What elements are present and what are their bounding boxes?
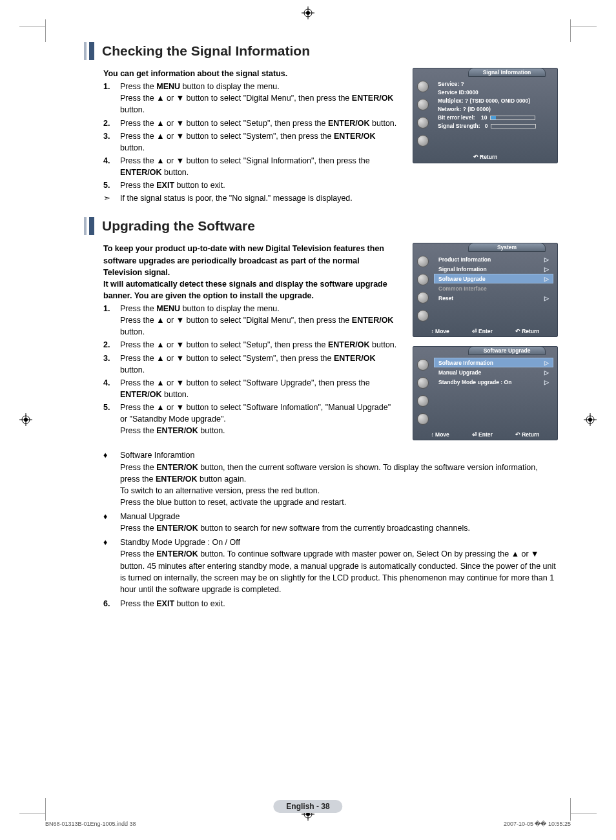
tv-menu-icon (417, 292, 429, 303)
tv-menu-item: Product Information▷ (434, 254, 553, 264)
tv-footer-move: ↕ Move (431, 328, 449, 334)
tv-row: Service ID:0000 (434, 88, 553, 96)
tv-content: Software Information▷Manual Upgrade▷Stan… (433, 355, 557, 429)
crop-mark (19, 814, 45, 814)
section-title: Upgrading the Software (102, 218, 255, 234)
tv-row-signal-strength: Signal Strength: 0 (434, 121, 553, 130)
tv-menu-item: Signal Information▷ (434, 264, 553, 274)
step-number: 5. (103, 179, 120, 191)
tv-footer-enter: ⏎ Enter (472, 328, 493, 334)
tv-menu-icon (417, 274, 429, 285)
tv-title: Software Upgrade (468, 346, 546, 355)
note-arrow-icon: ➣ (103, 192, 120, 204)
registration-mark-icon (302, 6, 314, 19)
tv-signal-info-panel: Signal Information Service: ? Service ID… (413, 68, 558, 163)
sig-strength-bar (491, 124, 536, 128)
tv-footer-nav: ↕ Move ⏎ Enter ↶ Return (413, 326, 557, 336)
bullet-text: Manual UpgradePress the ENTER/OK button … (120, 511, 558, 534)
registration-mark-icon (584, 413, 597, 426)
footer-filename: BN68-01313B-01Eng-1005.indd 38 (45, 821, 136, 827)
bullet-icon: ♦ (103, 511, 120, 534)
chevron-right-icon: ▷ (544, 379, 549, 385)
step-text: Press the ▲ or ▼ button to select "Syste… (120, 130, 400, 154)
tv-footer-enter: ⏎ Enter (472, 431, 493, 438)
step-text: Press the ▲ or ▼ button to select "Signa… (120, 155, 400, 178)
section2-body-top: To keep your product up-to-date with new… (103, 243, 558, 449)
section2-steps: 1.Press the MENU button to display the m… (103, 303, 400, 436)
step-item: 1.Press the MENU button to display the m… (103, 303, 400, 338)
tv-content: Service: ? Service ID:0000 Multiplex: ? … (433, 77, 557, 151)
step-item: 2.Press the ▲ or ▼ button to select "Set… (103, 118, 400, 129)
bit-error-value: 10 (481, 114, 487, 121)
bullet-item: ♦Software InforamtionPress the ENTER/OK … (103, 449, 558, 508)
tv-menu-label: Common Interface (438, 285, 487, 292)
bullet-item: ♦Manual UpgradePress the ENTER/OK button… (103, 511, 558, 534)
tv-content: Product Information▷Signal Information▷S… (433, 252, 557, 326)
screenshot-col-2: System Product Information▷Signal Inform… (413, 243, 558, 449)
footer-timestamp: 2007-10-05 �� 10:55:25 (504, 821, 571, 827)
tv-menu-icon (417, 413, 429, 425)
step-text: Press the ▲ or ▼ button to select "Softw… (120, 377, 400, 400)
section1-intro: You can get information about the signal… (103, 68, 400, 79)
tv-row: Network: ? (ID 0000) (434, 105, 553, 113)
crop-mark (571, 814, 597, 814)
bullet-item: ♦Standby Mode Upgrade : On / OffPress th… (103, 537, 558, 595)
bullet-text: Software InforamtionPress the ENTER/OK b… (120, 449, 558, 508)
section2-intro: To keep your product up-to-date with new… (103, 243, 400, 302)
tv-menu-icon (417, 135, 429, 147)
tv-footer-return: ↶ Return (515, 328, 540, 334)
chevron-right-icon: ▷ (544, 266, 549, 272)
section1-note: ➣ If the signal status is poor, the "No … (103, 192, 400, 204)
page-content: Checking the Signal Information You can … (45, 42, 571, 804)
step-text: Press the ▲ or ▼ button to select "Softw… (120, 402, 400, 436)
step-number: 3. (103, 353, 120, 376)
tv-menu-item: Software Information▷ (434, 358, 553, 367)
section-bar-icon (89, 42, 94, 60)
tv-row: Multiplex: ? (TSID 0000, ONID 0000) (434, 96, 553, 105)
chevron-right-icon: ▷ (544, 295, 549, 302)
step-item: 5.Press the ▲ or ▼ button to select "Sof… (103, 402, 400, 436)
tv-sidebar-icons (413, 252, 433, 326)
section-header-signal: Checking the Signal Information (84, 42, 571, 60)
crop-mark (19, 26, 45, 26)
step-text: Press the EXIT button to exit. (120, 179, 400, 191)
bullet-text: Standby Mode Upgrade : On / OffPress the… (120, 537, 558, 595)
step-text: Press the MENU button to display the men… (120, 303, 400, 338)
tv-menu-label: Product Information (438, 256, 491, 263)
registration-mark-icon (19, 413, 32, 426)
step-item: 4.Press the ▲ or ▼ button to select "Sof… (103, 377, 400, 400)
tv-menu-item: Manual Upgrade▷ (434, 367, 553, 377)
tv-row-bit-error: Bit error level: 10 (434, 113, 553, 121)
step-number: 1. (103, 81, 120, 116)
tv-menu-item: Software Upgrade▷ (434, 274, 553, 283)
tv-menu-icon (417, 359, 429, 371)
section2-lower: ♦Software InforamtionPress the ENTER/OK … (103, 449, 558, 610)
tv-sidebar-icons (413, 77, 433, 151)
tv-menu-icon (417, 256, 429, 267)
section-title: Checking the Signal Information (102, 43, 310, 59)
chevron-right-icon: ▷ (544, 360, 549, 366)
step-number: 6. (103, 598, 120, 610)
crop-mark (570, 19, 571, 42)
bit-error-bar (490, 116, 535, 120)
section1-text: You can get information about the signal… (103, 68, 400, 204)
step-text: Press the ▲ or ▼ button to select "Setup… (120, 118, 400, 129)
tv-menu-label: Software Information (438, 360, 493, 366)
bar-fill (491, 116, 496, 119)
tv-menu-label: Standby Mode upgrade : On (438, 379, 511, 385)
step-item: 4.Press the ▲ or ▼ button to select "Sig… (103, 155, 400, 178)
section-bar-icon (84, 42, 87, 60)
step-number: 1. (103, 303, 120, 338)
section-bar-icon (84, 217, 87, 235)
section1-body: You can get information about the signal… (103, 68, 558, 204)
tv-footer-nav: ↕ Move ⏎ Enter ↶ Return (413, 429, 557, 440)
tv-title: System (468, 243, 546, 252)
tv-menu-icon (417, 99, 429, 110)
page-number-badge: English - 38 (273, 800, 342, 813)
tv-menu-icon (417, 377, 429, 389)
step-number: 3. (103, 130, 120, 154)
tv-menu-icon (417, 310, 429, 322)
tv-menu-label: Reset (438, 295, 453, 302)
tv-menu-item: Standby Mode upgrade : On▷ (434, 377, 553, 387)
step-item: 3.Press the ▲ or ▼ button to select "Sys… (103, 353, 400, 376)
